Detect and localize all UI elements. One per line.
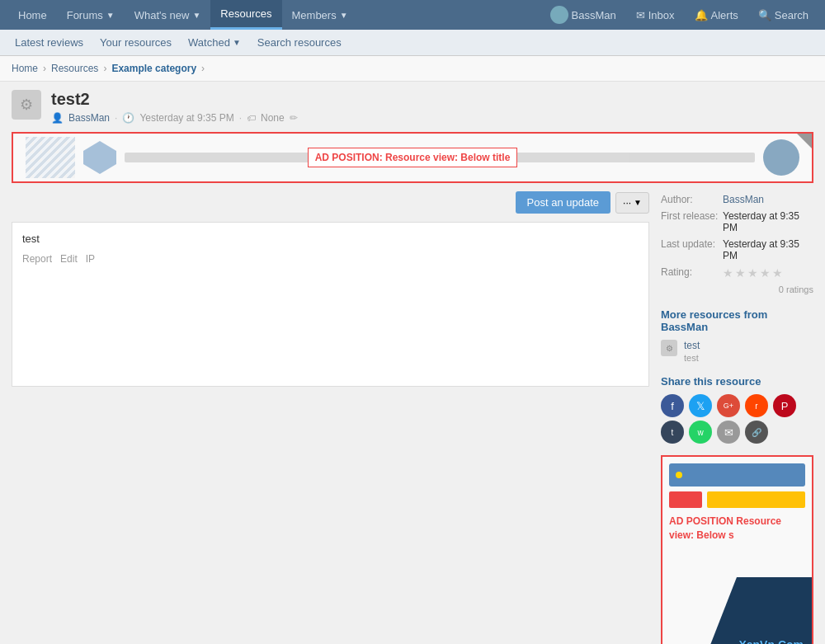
resource-date: Yesterday at 9:35 PM — [139, 112, 233, 124]
share-google-plus[interactable]: G+ — [717, 394, 740, 417]
info-author-row: Author: BassMan — [661, 191, 813, 208]
info-last-update-row: Last update: Yesterday at 9:35 PM — [661, 236, 813, 264]
nav-whats-new[interactable]: What's new ▼ — [125, 0, 211, 30]
subnav-latest-reviews[interactable]: Latest reviews — [8, 30, 90, 55]
breadcrumb-resources[interactable]: Resources — [51, 63, 98, 74]
page-container: ⚙ test2 👤 BassMan · 🕐 Yesterday at 9:35 … — [0, 82, 825, 644]
members-dropdown-arrow: ▼ — [340, 11, 348, 20]
star-3: ★ — [747, 266, 758, 280]
info-rating-row: Rating: ★ ★ ★ ★ ★ — [661, 264, 813, 282]
share-email[interactable]: ✉ — [717, 421, 740, 444]
star-5: ★ — [772, 266, 783, 280]
alerts-button[interactable]: 🔔 Alerts — [686, 6, 747, 25]
sidebar-ad-block-yellow — [707, 491, 805, 508]
sidebar-ad-bar — [669, 463, 805, 487]
star-4: ★ — [760, 266, 771, 280]
first-release-value: Yesterday at 9:35 PM — [723, 208, 813, 236]
more-resource-icon: ⚙ — [661, 340, 677, 356]
ad-bg-decoration-left — [26, 137, 75, 178]
share-section: Share this resource f 𝕏 G+ r P t w ✉ 🔗 — [661, 375, 813, 444]
sidebar-ad-block-red — [669, 491, 702, 508]
share-title: Share this resource — [661, 375, 813, 388]
star-rating: ★ ★ ★ ★ ★ — [723, 266, 813, 280]
ad-bg-icon — [83, 141, 116, 174]
breadcrumb-sep-1: › — [43, 63, 46, 74]
more-resources-title: More resources from BassMan — [661, 308, 813, 333]
share-whatsapp[interactable]: w — [689, 421, 712, 444]
subnav-search-resources[interactable]: Search resources — [251, 30, 348, 55]
star-1: ★ — [723, 266, 733, 280]
bell-icon: 🔔 — [695, 9, 708, 21]
inbox-button[interactable]: ✉ Inbox — [628, 6, 683, 25]
resource-body: test Report Edit IP — [12, 222, 649, 387]
sub-navigation: Latest reviews Your resources Watched ▼ … — [0, 30, 825, 56]
ad-corner-decoration — [797, 134, 812, 148]
last-update-label: Last update: — [661, 236, 723, 264]
breadcrumb-current: Example category — [111, 63, 196, 74]
info-first-release-row: First release: Yesterday at 9:35 PM — [661, 208, 813, 236]
ad-banner-label: AD POSITION: Resource view: Below title — [308, 148, 518, 167]
main-content: Post an update ··· ▼ test Report Edit IP — [12, 191, 649, 644]
clock-icon: 🕐 — [122, 112, 134, 124]
resource-meta: 👤 BassMan · 🕐 Yesterday at 9:35 PM · 🏷 N… — [51, 112, 298, 124]
nav-forums[interactable]: Forums ▼ — [57, 0, 125, 30]
resource-content: test — [22, 233, 639, 245]
whats-new-dropdown-arrow: ▼ — [192, 11, 200, 20]
main-nav-items: Home Forums ▼ What's new ▼ Resources Mem… — [8, 0, 542, 30]
resource-author-link[interactable]: BassMan — [68, 112, 110, 124]
nav-members[interactable]: Members ▼ — [282, 0, 358, 30]
watched-dropdown-arrow: ▼ — [233, 38, 241, 47]
nav-resources[interactable]: Resources — [210, 0, 281, 30]
share-link[interactable]: 🔗 — [745, 421, 768, 444]
resource-actions: Report Edit IP — [22, 253, 639, 265]
author-label: Author: — [661, 191, 723, 208]
share-pinterest[interactable]: P — [773, 394, 796, 417]
right-nav: BassMan ✉ Inbox 🔔 Alerts 🔍 Search — [542, 2, 817, 27]
info-ratings-count-row: 0 ratings — [661, 282, 813, 297]
more-resources-section: More resources from BassMan ⚙ test test — [661, 308, 813, 364]
tag-icon: 🏷 — [247, 113, 256, 123]
search-button[interactable]: 🔍 Search — [750, 6, 817, 25]
top-navigation: Home Forums ▼ What's new ▼ Resources Mem… — [0, 0, 825, 30]
resource-toolbar: Post an update ··· ▼ — [12, 191, 649, 214]
action-edit[interactable]: Edit — [60, 253, 78, 265]
share-icons-row2: t w ✉ 🔗 — [661, 421, 813, 444]
action-ip[interactable]: IP — [86, 253, 95, 265]
share-facebook[interactable]: f — [661, 394, 684, 417]
breadcrumb-sep-3: › — [201, 63, 205, 74]
search-icon: 🔍 — [758, 9, 771, 21]
breadcrumb-home[interactable]: Home — [12, 63, 38, 74]
more-resource-link[interactable]: test — [684, 340, 700, 351]
edit-tags-icon[interactable]: ✏ — [290, 112, 298, 124]
more-options-button[interactable]: ··· ▼ — [615, 192, 649, 214]
ratings-count: 0 ratings — [661, 282, 813, 297]
share-tumblr[interactable]: t — [661, 421, 684, 444]
sidebar: Author: BassMan First release: Yesterday… — [661, 191, 813, 644]
ad-bg-avatar — [763, 139, 799, 176]
nav-home[interactable]: Home — [8, 0, 57, 30]
action-report[interactable]: Report — [22, 253, 52, 265]
share-twitter[interactable]: 𝕏 — [689, 394, 712, 417]
user-menu[interactable]: BassMan — [542, 2, 625, 27]
sidebar-ad: AD POSITION Resource view: Below s XenVn… — [661, 455, 813, 644]
resource-icon: ⚙ — [12, 90, 41, 120]
first-release-label: First release: — [661, 208, 723, 236]
resource-title: test2 — [51, 90, 298, 109]
watermark: XenVn.Com — [705, 577, 812, 644]
resource-tags: None — [261, 112, 285, 124]
gear-icon: ⚙ — [20, 96, 33, 114]
subnav-watched[interactable]: Watched ▼ — [182, 30, 248, 55]
post-update-button[interactable]: Post an update — [516, 191, 610, 214]
share-reddit[interactable]: r — [745, 394, 768, 417]
subnav-your-resources[interactable]: Your resources — [93, 30, 178, 55]
inbox-icon: ✉ — [636, 9, 645, 21]
main-layout: Post an update ··· ▼ test Report Edit IP — [12, 191, 813, 644]
star-2: ★ — [735, 266, 746, 280]
sidebar-ad-label: AD POSITION Resource view: Below s — [669, 515, 805, 543]
breadcrumb-sep-2: › — [103, 63, 106, 74]
sidebar-author-link[interactable]: BassMan — [723, 194, 764, 205]
resource-header: ⚙ test2 👤 BassMan · 🕐 Yesterday at 9:35 … — [12, 90, 813, 124]
more-resource-item: ⚙ test test — [661, 340, 813, 364]
more-resource-text: test test — [684, 340, 700, 364]
more-dropdown-arrow: ▼ — [634, 198, 642, 207]
